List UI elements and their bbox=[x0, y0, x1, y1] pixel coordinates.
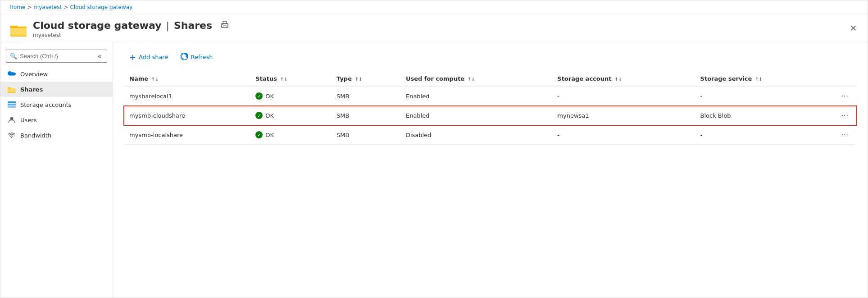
add-share-label: Add share bbox=[139, 54, 168, 60]
cell-compute-2: Disabled bbox=[400, 125, 552, 145]
refresh-icon bbox=[181, 53, 188, 62]
col-used-for-compute[interactable]: Used for compute ↑↓ bbox=[400, 72, 552, 86]
search-icon: 🔍 bbox=[10, 53, 17, 60]
refresh-button[interactable]: Refresh bbox=[175, 50, 218, 64]
sidebar-item-storage-accounts[interactable]: Storage accounts bbox=[0, 97, 113, 112]
title-separator: | bbox=[166, 20, 169, 31]
sort-icon-type: ↑↓ bbox=[355, 77, 363, 82]
col-type[interactable]: Type ↑↓ bbox=[331, 72, 400, 86]
svg-rect-6 bbox=[223, 26, 227, 28]
sidebar-item-bandwidth-label: Bandwidth bbox=[20, 132, 51, 139]
cell-status-2: ✓ OK bbox=[250, 125, 331, 145]
sort-icon-compute: ↑↓ bbox=[468, 77, 475, 82]
folder-icon bbox=[8, 85, 16, 93]
col-status[interactable]: Status ↑↓ bbox=[250, 72, 331, 86]
title-main: Cloud storage gateway bbox=[33, 20, 161, 31]
col-actions bbox=[833, 72, 857, 86]
more-button-2[interactable]: ··· bbox=[839, 130, 851, 140]
main-layout: 🔍 « Overview bbox=[0, 42, 868, 298]
svg-rect-3 bbox=[10, 27, 27, 28]
sidebar-item-shares[interactable]: Shares bbox=[0, 82, 113, 97]
cell-type-0: SMB bbox=[331, 86, 400, 106]
sidebar-nav: Overview Shares bbox=[0, 66, 113, 143]
col-storage-service[interactable]: Storage service ↑↓ bbox=[695, 72, 833, 86]
header-area: Cloud storage gateway | Shares myasetest… bbox=[0, 14, 868, 42]
storage-icon bbox=[8, 101, 16, 109]
sidebar: 🔍 « Overview bbox=[0, 42, 113, 298]
svg-point-15 bbox=[11, 137, 12, 138]
add-share-button[interactable]: + Add share bbox=[124, 50, 173, 64]
status-label-2: OK bbox=[265, 132, 274, 138]
cell-storage-service-0: - bbox=[695, 86, 833, 106]
col-name[interactable]: Name ↑↓ bbox=[124, 72, 250, 86]
svg-point-7 bbox=[222, 24, 223, 25]
table-row[interactable]: mysmb-cloudshare ✓ OK SMB Enabled mynews… bbox=[124, 106, 857, 125]
toolbar: + Add share Refresh bbox=[124, 50, 857, 64]
table-row[interactable]: mysharelocal1 ✓ OK SMB Enabled - - ··· bbox=[124, 86, 857, 106]
svg-rect-13 bbox=[8, 106, 16, 108]
svg-rect-11 bbox=[8, 101, 16, 103]
search-input[interactable] bbox=[20, 53, 95, 60]
sidebar-item-storage-accounts-label: Storage accounts bbox=[20, 101, 72, 108]
cell-more-2: ··· bbox=[833, 125, 857, 145]
page-container: Home > myasetest > Cloud storage gateway… bbox=[0, 0, 868, 298]
cloud-icon bbox=[8, 70, 16, 78]
wifi-icon bbox=[8, 131, 16, 139]
breadcrumb: Home > myasetest > Cloud storage gateway bbox=[0, 0, 868, 14]
sort-icon-storage-account: ↑↓ bbox=[614, 77, 622, 82]
content-area: + Add share Refresh bbox=[113, 42, 868, 298]
add-icon: + bbox=[129, 52, 136, 62]
print-icon[interactable] bbox=[220, 20, 229, 31]
status-ok-icon-1: ✓ bbox=[255, 112, 263, 119]
breadcrumb-current[interactable]: Cloud storage gateway bbox=[70, 4, 132, 10]
svg-rect-12 bbox=[8, 104, 16, 105]
shares-table: Name ↑↓ Status ↑↓ Type ↑↓ Used for com bbox=[124, 72, 857, 145]
search-box: 🔍 « bbox=[6, 50, 107, 63]
table-header-row: Name ↑↓ Status ↑↓ Type ↑↓ Used for com bbox=[124, 72, 857, 86]
cell-storage-service-1: Block Blob bbox=[695, 106, 833, 125]
user-icon bbox=[8, 116, 16, 124]
status-ok-icon-2: ✓ bbox=[255, 131, 263, 138]
resource-icon bbox=[9, 20, 27, 38]
sidebar-item-overview[interactable]: Overview bbox=[0, 66, 113, 82]
refresh-label: Refresh bbox=[191, 54, 213, 60]
cell-type-2: SMB bbox=[331, 125, 400, 145]
sidebar-item-users-label: Users bbox=[20, 117, 36, 124]
more-button-1[interactable]: ··· bbox=[839, 110, 851, 120]
sort-icon-storage-service: ↑↓ bbox=[755, 77, 763, 82]
collapse-button[interactable]: « bbox=[95, 52, 104, 60]
sort-icon-status: ↑↓ bbox=[280, 77, 287, 82]
cell-storage-service-2: - bbox=[695, 125, 833, 145]
breadcrumb-home[interactable]: Home bbox=[9, 4, 25, 10]
more-button-0[interactable]: ··· bbox=[839, 91, 851, 101]
cell-name-2: mysmb-localshare bbox=[124, 125, 250, 145]
sidebar-item-users[interactable]: Users bbox=[0, 112, 113, 128]
header-text: Cloud storage gateway | Shares myasetest bbox=[33, 20, 859, 38]
page-title: Cloud storage gateway | Shares bbox=[33, 20, 859, 31]
status-label-0: OK bbox=[265, 93, 274, 100]
svg-rect-10 bbox=[8, 88, 16, 92]
title-section: Shares bbox=[174, 20, 212, 31]
sort-icon-name: ↑↓ bbox=[151, 77, 159, 82]
cell-storage-account-1: mynewsa1 bbox=[552, 106, 695, 125]
sidebar-item-bandwidth[interactable]: Bandwidth bbox=[0, 128, 113, 143]
status-label-1: OK bbox=[265, 112, 274, 119]
cell-more-0: ··· bbox=[833, 86, 857, 106]
header-subtitle: myasetest bbox=[33, 32, 859, 38]
sidebar-item-shares-label: Shares bbox=[20, 86, 43, 93]
cell-storage-account-2: - bbox=[552, 125, 695, 145]
table-body: mysharelocal1 ✓ OK SMB Enabled - - ··· m… bbox=[124, 86, 857, 145]
cell-more-1: ··· bbox=[833, 106, 857, 125]
cell-status-0: ✓ OK bbox=[250, 86, 331, 106]
cell-status-1: ✓ OK bbox=[250, 106, 331, 125]
close-button[interactable]: ✕ bbox=[848, 22, 859, 35]
cell-compute-0: Enabled bbox=[400, 86, 552, 106]
table-row[interactable]: mysmb-localshare ✓ OK SMB Disabled - - ·… bbox=[124, 125, 857, 145]
cell-storage-account-0: - bbox=[552, 86, 695, 106]
col-storage-account[interactable]: Storage account ↑↓ bbox=[552, 72, 695, 86]
breadcrumb-myasetest[interactable]: myasetest bbox=[34, 4, 62, 10]
status-ok-icon-0: ✓ bbox=[255, 92, 263, 100]
cell-type-1: SMB bbox=[331, 106, 400, 125]
sidebar-item-overview-label: Overview bbox=[20, 71, 48, 78]
cell-name-1: mysmb-cloudshare bbox=[124, 106, 250, 125]
